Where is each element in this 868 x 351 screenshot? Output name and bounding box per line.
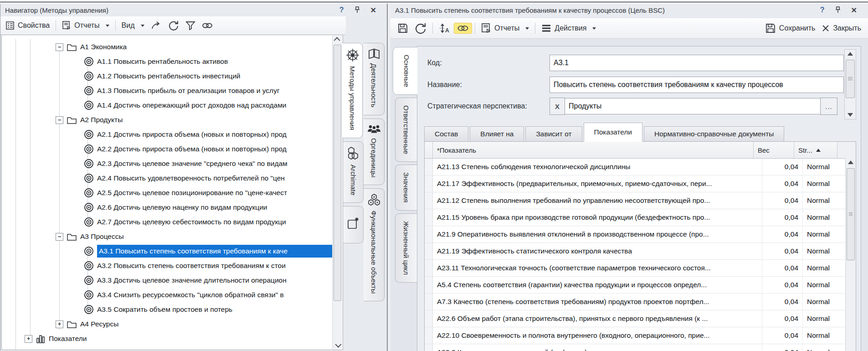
dock-tab-archimate[interactable]: Archimate [343,141,364,203]
side-tab[interactable]: Основные [393,47,417,95]
scrollbar-thumb[interactable] [334,45,341,301]
tree-item[interactable]: A3.3 Достичь целевое значение длительнос… [2,273,333,288]
indicator-cell[interactable]: A21.13 Степень соблюдения технологическо… [433,159,762,175]
weight-cell[interactable]: 0,04 [762,260,803,276]
scroll-up-button[interactable] [846,158,856,166]
tree-item[interactable]: A1.1 Повысить рентабельность активов [2,54,333,69]
indicator-cell[interactable]: A21.15 Уровень брака при производстве го… [433,209,762,226]
name-input[interactable]: Повысить степень соответствия требования… [550,77,844,93]
reports-button[interactable]: Отчеты [478,21,532,36]
form-scrollbar[interactable] [844,49,856,119]
tree-item[interactable]: A3.4 Снизить ресурсоемкость "циклов обра… [2,288,333,302]
relation-tab[interactable]: Показатели [584,123,642,142]
perspective-picker-button[interactable]: ... [820,98,837,115]
indicator-cell[interactable]: A7.3 Качество (степень соответствия треб… [433,294,762,310]
tree-item[interactable]: A3.1 Повысить степень соответствия требо… [2,244,333,258]
save-button[interactable]: Сохранить [762,21,819,36]
table-row[interactable]: A23.11 Технологическая точность (соответ… [425,260,846,277]
clear-perspective-button[interactable]: X [550,98,565,115]
str-cell[interactable]: Normal [803,159,846,175]
tree-item[interactable]: A3.2 Повысить степень соответствия требо… [2,258,333,273]
indicator-cell[interactable]: A22.10 Своевременность и полнота внутрен… [433,327,762,344]
str-cell[interactable]: Normal [803,176,846,192]
indicator-cell[interactable]: A22.3 Количество несоответствий (дефекто… [433,344,762,351]
table-row[interactable]: A22.10 Своевременность и полнота внутрен… [425,327,846,344]
autosize-button[interactable]: A [436,21,454,36]
table-row[interactable]: A7.3 Качество (степень соответствия треб… [425,294,846,310]
tree-item[interactable]: A3.5 Сократить объем простоев и потерь [2,302,333,317]
weight-column-header[interactable]: Вес [754,142,794,158]
perspective-input[interactable]: Продукты [565,98,821,114]
expander-icon[interactable] [56,233,63,241]
indicator-cell[interactable]: A5.4 Степень соответствия (гарантии) кач… [433,277,762,293]
close-icon[interactable]: ✕ [851,6,857,15]
go-to-button[interactable] [148,19,165,32]
table-row[interactable]: A21.13 Степень соблюдения технологическо… [425,159,846,176]
weight-cell[interactable]: 0,04 [762,226,803,243]
tree-item[interactable]: A2.6 Достичь целевую наценку по видам пр… [2,200,333,215]
weight-cell[interactable]: 0,04 [762,192,803,209]
tree-item[interactable]: A2.2 Достичь прироста объема (новых и по… [2,142,333,156]
tree-item[interactable]: A2.7 Достичь целевую себестоимость по ви… [2,215,333,229]
weight-cell[interactable]: 0,04 [762,176,803,192]
save-icon-button[interactable] [394,21,411,36]
refresh-button[interactable] [165,18,182,33]
help-icon[interactable]: ? [339,6,344,14]
table-row[interactable]: A21.19 Эффективность статистического кон… [425,243,846,260]
tree-item[interactable]: A4 Ресурсы [2,317,333,331]
str-column-header[interactable]: Str... [794,142,837,158]
expander-icon[interactable] [56,116,63,124]
dock-tab-activity[interactable]: Деятельность [364,43,385,115]
dock-tab-management-methods[interactable]: Методы управления [342,43,363,138]
table-row[interactable]: A22.6 Объем работ (этапа строительства),… [425,310,846,327]
str-cell[interactable]: Normal [803,192,846,209]
expander-icon[interactable] [25,335,32,343]
table-row[interactable]: A21.15 Уровень брака при производстве го… [425,209,846,226]
indicator-cell[interactable]: A22.6 Объем работ (этапа строительства),… [433,310,762,327]
str-cell[interactable]: Normal [803,310,846,327]
str-cell[interactable]: Normal [803,226,846,243]
expander-icon[interactable] [56,320,63,328]
dock-tab-functional-objects[interactable]: Функциональные объекты [364,188,385,301]
tree-item[interactable]: A1.2 Повысить рентабельность инвестиций [2,69,333,83]
str-cell[interactable]: Normal [803,209,846,226]
weight-cell[interactable]: 0,04 [762,327,803,344]
tree-item[interactable]: A2.1 Достичь прироста объема (новых и по… [2,127,333,142]
properties-button[interactable]: Свойства [2,19,53,32]
tree-item[interactable]: A2 Продукты [2,113,333,127]
scroll-down-button[interactable] [333,341,342,349]
weight-cell[interactable]: 0,04 [762,159,803,175]
weight-cell[interactable]: 0,04 [762,243,803,259]
tree-item[interactable]: A2.5 Достичь целевое позиционирование по… [2,186,333,200]
str-cell[interactable]: Normal [803,277,846,293]
relation-tab[interactable]: Зависит от [525,126,582,141]
str-cell[interactable]: Normal [803,243,846,259]
scroll-up-button[interactable] [333,36,342,44]
dock-tab-new-object[interactable] [343,206,364,243]
weight-cell[interactable]: 0,04 [762,344,803,351]
str-cell[interactable]: Normal [803,344,846,351]
relation-tab[interactable]: Влияет на [470,126,524,141]
scroll-up-button[interactable] [845,50,856,58]
close-button[interactable]: Закрыть [818,22,864,34]
tree-item[interactable]: A1.3 Повысить прибыль от реализации това… [2,83,333,98]
indicator-cell[interactable]: A21.19 Эффективность статистического кон… [433,243,762,259]
refresh-button[interactable] [411,21,430,36]
str-cell[interactable]: Normal [803,327,846,344]
side-tab[interactable]: Жизненный цикл [395,213,417,283]
scrollbar-thumb[interactable] [846,60,855,98]
table-row[interactable]: A22.3 Количество несоответствий (дефекто… [425,344,846,351]
reports-button[interactable]: Отчеты [59,19,112,32]
tree-scrollbar[interactable] [332,36,342,349]
table-row[interactable]: A21.9 Оперативность выявления отклонений… [425,226,846,243]
table-row[interactable]: A21.12 Степень выполнения требований по … [425,192,846,209]
actions-button[interactable]: Действия [538,22,599,34]
tree-item[interactable]: A1.4 Достичь опережающий рост доходов на… [2,98,333,113]
weight-cell[interactable]: 0,04 [762,277,803,293]
indicator-column-header[interactable]: *Показатель [433,142,754,158]
link-button[interactable] [199,20,216,31]
table-row[interactable]: A5.4 Степень соответствия (гарантии) кач… [425,277,846,294]
indicator-cell[interactable]: A21.9 Оперативность выявления отклонений… [433,226,762,243]
scrollbar-thumb[interactable] [847,168,855,260]
table-scrollbar[interactable] [845,158,856,351]
